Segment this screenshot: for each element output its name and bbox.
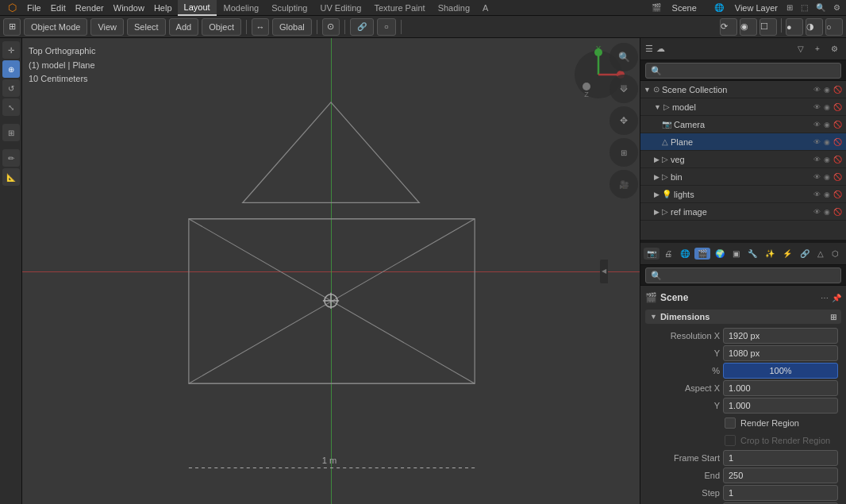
select-btn[interactable]: Select <box>127 18 166 36</box>
dimensions-header[interactable]: ▼ Dimensions ⊞ <box>645 310 841 324</box>
bin-s[interactable]: 🚫 <box>833 173 843 181</box>
grid-toggle-icon[interactable]: ⊞ <box>610 138 638 167</box>
veg-v[interactable]: 👁 <box>813 156 821 164</box>
gizmo-btn[interactable]: ⟳ <box>720 18 737 36</box>
tab-modeling[interactable]: Modeling <box>218 0 265 15</box>
outliner-search-input[interactable] <box>645 63 841 79</box>
percent-value[interactable]: 100% <box>723 363 838 379</box>
tree-item-scene-collection[interactable]: ▼ ⊙ Scene Collection 👁 ◉ 🚫 <box>640 81 846 98</box>
scene-name[interactable]: Scene <box>669 3 700 13</box>
topbar-icon-2[interactable]: ⬚ <box>798 3 810 12</box>
annotate-btn[interactable]: ✏ <box>2 149 20 167</box>
plane-v[interactable]: 👁 <box>813 138 821 146</box>
prop-icon-view-layer[interactable]: 🌐 <box>677 248 693 260</box>
measure-btn[interactable]: 📐 <box>2 168 20 186</box>
outliner-mode-icon[interactable]: ☁ <box>656 44 665 54</box>
tree-item-camera[interactable]: 📷 Camera 👁 ◉ 🚫 <box>640 116 846 133</box>
zoom-icon[interactable]: 🔍 <box>610 43 638 71</box>
solid-btn[interactable]: ● <box>786 18 803 36</box>
viewport[interactable]: Top Orthographic (1) model | Plane 10 Ce… <box>22 38 640 504</box>
menu-edit[interactable]: Edit <box>47 0 70 15</box>
move-tool-btn[interactable]: ⊕ <box>2 60 20 78</box>
outliner-filter-btn[interactable]: ▽ <box>794 42 808 56</box>
tab-texture-paint[interactable]: Texture Paint <box>368 0 430 15</box>
topbar-icon-3[interactable]: 🔍 <box>813 3 828 12</box>
tab-sculpting[interactable]: Sculpting <box>266 0 313 15</box>
topbar-icon-1[interactable]: ⊞ <box>784 3 795 12</box>
ref-r[interactable]: ◉ <box>823 208 831 216</box>
veg-s[interactable]: 🚫 <box>833 156 843 164</box>
zoom-extent-icon[interactable]: ⟱ <box>610 75 638 103</box>
tree-item-lights[interactable]: ▶ 💡 lights 👁 ◉ 🚫 <box>640 186 846 203</box>
collapse-right-arrow[interactable]: ◀ <box>600 260 608 283</box>
prop-icon-output[interactable]: 🖨 <box>661 248 675 260</box>
menu-file[interactable]: File <box>23 0 45 15</box>
lights-v[interactable]: 👁 <box>813 190 821 198</box>
add-btn[interactable]: Add <box>169 18 199 36</box>
res-x-value[interactable]: 1920 px <box>723 328 838 344</box>
res-y-value[interactable]: 1080 px <box>723 345 838 361</box>
view-layer-name[interactable]: View Layer <box>732 3 781 13</box>
prop-icon-constraints[interactable]: 🔗 <box>797 248 813 260</box>
prop-icon-modifier[interactable]: 🔧 <box>744 248 760 260</box>
snap-btn[interactable]: 🔗 <box>350 18 374 36</box>
aspect-y-value[interactable]: 1.000 <box>723 398 838 414</box>
menu-window[interactable]: Window <box>110 0 148 15</box>
tree-item-plane[interactable]: △ Plane 👁 ◉ 🚫 <box>640 133 846 151</box>
prop-icon-physics[interactable]: ⚡ <box>779 248 795 260</box>
transform-btn[interactable]: Global <box>272 18 312 36</box>
veg-r[interactable]: ◉ <box>823 156 831 164</box>
outliner-new-btn[interactable]: + <box>810 42 825 56</box>
camera-view-icon[interactable]: 🎥 <box>610 170 638 198</box>
scale-tool-btn[interactable]: ⤡ <box>2 98 20 116</box>
model-restrict-r[interactable]: ◉ <box>823 103 831 111</box>
scene-col-restrict-3[interactable]: 🚫 <box>833 86 843 94</box>
object-mode-btn[interactable]: Object Mode <box>24 18 87 36</box>
pivot-btn[interactable]: ⊙ <box>322 18 340 36</box>
prop-icon-world[interactable]: 🌍 <box>712 248 728 260</box>
proportional-btn[interactable]: ○ <box>377 18 396 36</box>
camera-r[interactable]: ◉ <box>823 121 831 129</box>
step-value[interactable]: 1 <box>723 485 838 501</box>
render-region-checkbox[interactable] <box>725 417 736 429</box>
outliner-editor-icon[interactable]: ☰ <box>645 44 653 54</box>
tab-layout[interactable]: Layout <box>178 0 217 16</box>
prop-icon-particles[interactable]: ✨ <box>762 248 778 260</box>
tree-item-ref-image[interactable]: ▶ ▷ ref image 👁 ◉ 🚫 <box>640 203 846 221</box>
camera-v[interactable]: 👁 <box>813 121 821 129</box>
plane-r[interactable]: ◉ <box>823 138 831 146</box>
mat-preview-btn[interactable]: ◑ <box>806 18 823 36</box>
cursor-tool-btn[interactable]: ✛ <box>2 41 20 59</box>
bin-r[interactable]: ◉ <box>823 173 831 181</box>
prop-icon-object[interactable]: ▣ <box>729 248 743 260</box>
prop-icon-render[interactable]: 📷 <box>644 248 659 260</box>
scene-pin-icon[interactable]: 📌 <box>832 294 841 302</box>
tab-uv-editing[interactable]: UV Editing <box>314 0 367 15</box>
rotate-tool-btn[interactable]: ↺ <box>2 79 20 97</box>
frame-start-value[interactable]: 1 <box>723 450 838 466</box>
render-preview-btn[interactable]: ○ <box>825 18 843 36</box>
tree-item-bin[interactable]: ▶ ▷ bin 👁 ◉ 🚫 <box>640 168 846 186</box>
prop-icon-material[interactable]: ⬡ <box>829 248 842 260</box>
tab-a[interactable]: A <box>477 0 494 15</box>
properties-search-input[interactable] <box>645 267 841 283</box>
lights-s[interactable]: 🚫 <box>833 190 843 198</box>
aspect-x-value[interactable]: 1.000 <box>723 380 838 396</box>
bin-v[interactable]: 👁 <box>813 173 821 181</box>
view-btn[interactable]: View <box>90 18 124 36</box>
menu-help[interactable]: Help <box>150 0 176 15</box>
scene-col-restrict-2[interactable]: ◉ <box>823 86 831 94</box>
menu-render[interactable]: Render <box>71 0 108 15</box>
lights-r[interactable]: ◉ <box>823 190 831 198</box>
tab-shading[interactable]: Shading <box>433 0 475 15</box>
editor-type-btn[interactable]: ⊞ <box>3 18 21 36</box>
frame-end-value[interactable]: 250 <box>723 467 838 483</box>
topbar-icon-4[interactable]: ⚙ <box>831 3 843 12</box>
model-restrict-v[interactable]: 👁 <box>813 103 821 111</box>
pan-icon[interactable]: ✥ <box>610 106 638 135</box>
dimensions-options-icon[interactable]: ⊞ <box>830 313 836 321</box>
ref-v[interactable]: 👁 <box>813 208 821 216</box>
plane-s[interactable]: 🚫 <box>833 138 843 146</box>
crop-checkbox[interactable] <box>725 435 736 446</box>
prop-icon-data[interactable]: △ <box>814 248 827 260</box>
